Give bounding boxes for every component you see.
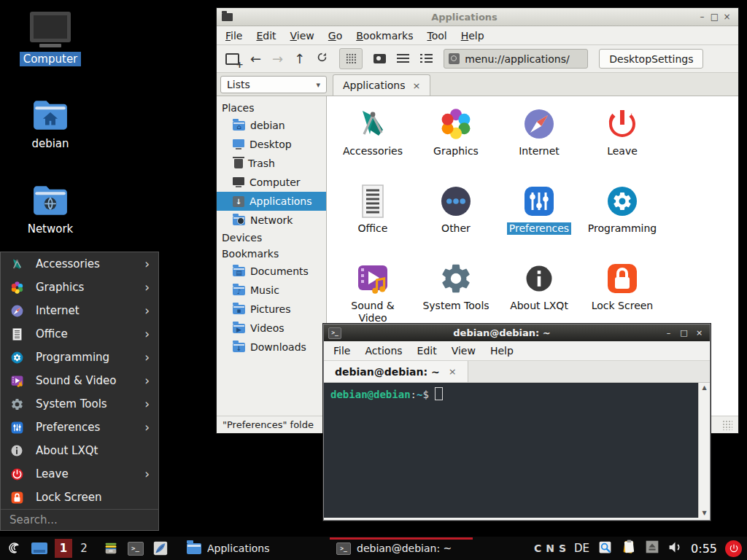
folder-other[interactable]: Other	[414, 182, 498, 260]
maximize-button[interactable]: □	[708, 12, 721, 21]
menu-edit[interactable]: Edit	[417, 345, 437, 357]
menu-file[interactable]: File	[225, 30, 242, 42]
back-button[interactable]: ←	[250, 52, 261, 66]
sidebar-item-applications[interactable]: ↓ Applications	[217, 192, 326, 211]
sidebar-item-trash[interactable]: Trash	[217, 154, 326, 173]
menu-item-preferences[interactable]: Preferences ›	[1, 416, 158, 439]
scroll-down-icon[interactable]: ▼	[700, 508, 709, 518]
menu-view[interactable]: View	[452, 345, 476, 357]
volume-tray-icon[interactable]	[667, 540, 683, 558]
tab-applications[interactable]: Applications ×	[333, 74, 430, 96]
desktop-icon-network[interactable]: Network	[10, 183, 90, 236]
menu-actions[interactable]: Actions	[365, 345, 402, 357]
clock[interactable]: 0:55	[691, 542, 717, 556]
maximize-button[interactable]: □	[678, 329, 690, 337]
main-menu-button[interactable]	[5, 540, 23, 558]
quicklaunch-featherpad-button[interactable]	[151, 540, 169, 558]
keyboard-layout-indicator[interactable]: DE	[574, 542, 589, 555]
folder-label: Office	[358, 222, 388, 235]
sidebar-item-music[interactable]: ♪ Music	[217, 281, 326, 300]
folder-internet[interactable]: Internet	[498, 105, 581, 182]
folder-office[interactable]: Office	[331, 182, 414, 260]
minimize-button[interactable]: –	[662, 329, 675, 337]
terminal-output[interactable]: debian@debian:~$	[324, 383, 698, 518]
sidebar-item-pictures[interactable]: ▪ Pictures	[217, 300, 326, 319]
scroll-lock-indicator[interactable]: S	[559, 542, 566, 554]
desktop-settings-button[interactable]: DesktopSettings	[599, 49, 703, 69]
folder-programming[interactable]: Programming	[581, 182, 664, 260]
quicklaunch-terminal-button[interactable]	[126, 540, 144, 558]
workspace-1-button[interactable]: 1	[55, 539, 72, 558]
desktop-icon-computer[interactable]: Computer	[10, 12, 90, 66]
tab-close-icon[interactable]: ×	[413, 80, 421, 91]
sidebar-item-documents[interactable]: ▤ Documents	[217, 262, 326, 281]
new-tab-button[interactable]	[225, 53, 239, 65]
minimize-button[interactable]: –	[696, 12, 708, 21]
tab-close-icon[interactable]: ×	[449, 366, 457, 377]
sidebar-item-desktop[interactable]: Desktop	[217, 135, 326, 154]
address-bar[interactable]: menu://applications/	[444, 49, 588, 69]
menu-item-accessories[interactable]: Accessories ›	[1, 252, 158, 276]
up-button[interactable]: ↑	[294, 52, 305, 66]
list-view-icon[interactable]	[397, 54, 409, 63]
eject-tray-icon[interactable]	[645, 540, 659, 557]
reload-button[interactable]	[316, 51, 328, 66]
menu-item-system-tools[interactable]: System Tools ›	[1, 392, 158, 416]
sidebar-item-videos[interactable]: ▶ Videos	[217, 319, 326, 338]
menu-view[interactable]: View	[290, 30, 314, 42]
menu-go[interactable]: Go	[328, 30, 342, 42]
folder-accessories[interactable]: Accessories	[331, 105, 414, 182]
menu-item-internet[interactable]: Internet ›	[1, 299, 158, 322]
folder-label: About LXQt	[510, 300, 568, 312]
power-button[interactable]	[725, 540, 742, 557]
sidebar-item-debian[interactable]: ⌂ debian	[217, 116, 326, 135]
menu-help[interactable]: Help	[490, 345, 514, 357]
fm-menu-bar: File Edit View Go Bookmarks Tool Help	[217, 26, 738, 45]
close-button[interactable]: ×	[693, 329, 705, 337]
forward-button[interactable]: →	[272, 52, 283, 66]
quicklaunch-file-manager-button[interactable]	[101, 540, 120, 558]
compact-view-icon[interactable]	[420, 54, 433, 63]
graphics-icon	[438, 106, 473, 141]
menu-edit[interactable]: Edit	[256, 30, 276, 42]
menu-item-label: Lock Screen	[36, 491, 102, 504]
menu-item-graphics[interactable]: Graphics ›	[1, 276, 158, 299]
sidebar-item-downloads[interactable]: ↓ Downloads	[217, 338, 326, 357]
menu-item-about-lxqt[interactable]: About LXQt	[1, 439, 158, 462]
icon-view-button[interactable]	[339, 48, 363, 69]
terminal-scrollbar[interactable]: ▲ ▼	[698, 383, 710, 518]
screenshot-tray-icon[interactable]	[597, 540, 613, 558]
resize-grip[interactable]	[722, 420, 732, 430]
menu-item-leave[interactable]: Leave ›	[1, 462, 158, 486]
menu-help[interactable]: Help	[461, 30, 484, 42]
menu-bookmarks[interactable]: Bookmarks	[356, 30, 413, 42]
menu-tool[interactable]: Tool	[427, 30, 446, 42]
folder-preferences[interactable]: Preferences	[498, 182, 581, 260]
workspace-2-button[interactable]: 2	[79, 542, 89, 555]
desktop-icon-debian[interactable]: debian	[10, 98, 90, 151]
fm-title-bar[interactable]: Applications – □ ×	[217, 8, 738, 26]
close-button[interactable]: ×	[721, 12, 733, 21]
menu-search-input[interactable]	[8, 513, 154, 527]
menu-file[interactable]: File	[333, 345, 350, 357]
num-lock-indicator[interactable]: N	[546, 542, 554, 554]
terminal-title-bar[interactable]: debian@debian: ~ – □ ×	[324, 324, 710, 341]
menu-item-programming[interactable]: Programming ›	[1, 346, 158, 369]
scroll-up-icon[interactable]: ▲	[700, 383, 709, 392]
folder-graphics[interactable]: Graphics	[414, 105, 498, 182]
lists-combo[interactable]: Lists ▾	[220, 76, 327, 93]
sidebar-item-network[interactable]: Network	[217, 211, 326, 230]
menu-item-sound-video[interactable]: Sound & Video ›	[1, 369, 158, 392]
caps-lock-indicator[interactable]: C	[534, 542, 541, 554]
thumbnail-view-icon[interactable]	[374, 54, 386, 63]
menu-item-office[interactable]: Office ›	[1, 322, 158, 346]
task-button-terminal[interactable]: debian@debian: ~	[330, 537, 473, 560]
menu-item-lock-screen[interactable]: Lock Screen	[1, 486, 158, 509]
sidebar-item-label: debian	[250, 120, 285, 131]
clipboard-tray-icon[interactable]	[621, 539, 637, 558]
show-desktop-button[interactable]	[30, 540, 48, 558]
folder-leave[interactable]: Leave	[581, 105, 664, 182]
task-button-applications[interactable]: Applications	[180, 537, 323, 560]
terminal-tab[interactable]: debian@debian: ~ ×	[324, 361, 468, 382]
sidebar-item-computer[interactable]: Computer	[217, 173, 326, 192]
